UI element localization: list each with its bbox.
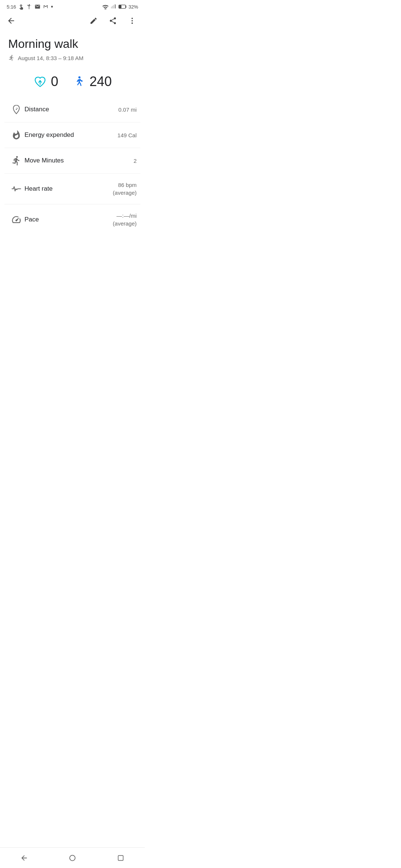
move-minutes-value: 2 <box>134 157 137 165</box>
activity-time: August 14, 8:33 – 9:18 AM <box>8 55 137 61</box>
email-icon <box>35 4 40 10</box>
heart-rate-icon <box>8 184 25 194</box>
heart-points-icon <box>33 75 47 89</box>
steps-summary: 240 <box>72 74 112 89</box>
svg-point-5 <box>131 20 133 22</box>
title-section: Morning walk August 14, 8:33 – 9:18 AM <box>0 30 145 65</box>
summary-row: 0 240 <box>0 65 145 97</box>
steps-value: 240 <box>89 74 112 89</box>
energy-value: 149 Cal <box>117 131 137 139</box>
heart-rate-value: 86 bpm (average) <box>113 181 137 197</box>
wifi-icon <box>102 4 109 9</box>
signal-icon <box>111 4 117 9</box>
distance-icon <box>8 104 25 115</box>
move-minutes-icon <box>8 155 25 166</box>
more-options-button[interactable] <box>126 15 138 27</box>
app-bar <box>0 12 145 30</box>
battery-percent: 32% <box>128 4 138 10</box>
activity-title: Morning walk <box>8 37 137 51</box>
metric-row-energy: Energy expended 149 Cal <box>4 122 140 148</box>
metric-row-pace: Pace —:—/mi (average) <box>4 204 140 235</box>
gmail-icon <box>43 4 49 10</box>
heart-rate-label: Heart rate <box>25 185 113 193</box>
activity-time-text: August 14, 8:33 – 9:18 AM <box>18 55 84 61</box>
distance-label: Distance <box>25 106 118 113</box>
metric-row-heart-rate: Heart rate 86 bpm (average) <box>4 174 140 204</box>
status-bar: 5:16 32% <box>0 0 145 12</box>
svg-point-6 <box>131 23 133 24</box>
pace-label: Pace <box>25 216 113 223</box>
energy-icon <box>8 130 25 140</box>
dot-icon <box>51 6 53 8</box>
energy-label: Energy expended <box>25 131 117 139</box>
svg-marker-9 <box>16 107 18 110</box>
back-button[interactable] <box>5 15 17 27</box>
status-time: 5:16 <box>7 4 16 10</box>
heart-points-value: 0 <box>51 74 58 89</box>
metric-row-distance: Distance 0.07 mi <box>4 97 140 122</box>
walk-icon-small <box>8 55 15 61</box>
metric-row-move-minutes: Move Minutes 2 <box>4 148 140 174</box>
heart-points-summary: 0 <box>33 74 58 89</box>
svg-point-4 <box>131 18 133 19</box>
pace-value: —:—/mi (average) <box>113 212 137 227</box>
pace-icon <box>8 214 25 225</box>
edit-button[interactable] <box>88 15 100 27</box>
svg-rect-3 <box>119 5 121 8</box>
share-button[interactable] <box>107 15 119 27</box>
svg-point-1 <box>51 6 53 8</box>
distance-value: 0.07 mi <box>118 106 137 114</box>
svg-point-8 <box>78 76 81 79</box>
battery-icon <box>118 4 127 9</box>
steps-icon <box>72 75 86 89</box>
status-right: 32% <box>102 4 138 10</box>
hand-icon <box>18 4 24 10</box>
metrics-list: Distance 0.07 mi Energy expended 149 Cal… <box>0 97 145 235</box>
move-minutes-label: Move Minutes <box>25 157 134 164</box>
app-bar-actions <box>88 15 138 27</box>
accessibility-icon <box>26 4 32 10</box>
